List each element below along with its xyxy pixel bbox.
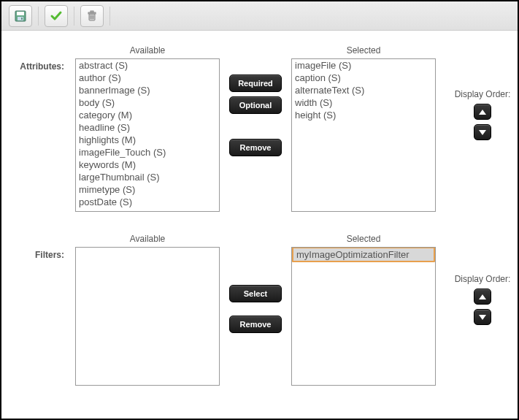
optional-button[interactable]: Optional <box>229 96 282 114</box>
app-frame: Attributes: Available abstract (S)author… <box>0 0 519 420</box>
selected-header: Selected <box>347 234 381 244</box>
content-area: Attributes: Available abstract (S)author… <box>1 31 518 415</box>
filters-button-column: Select Remove <box>226 234 285 333</box>
toolbar-separator <box>109 7 110 26</box>
attributes-selected-column: Selected imageFile (S)caption (S)alterna… <box>291 45 437 212</box>
save-button[interactable] <box>9 5 32 27</box>
floppy-disk-icon <box>15 10 26 22</box>
list-item[interactable]: category (M) <box>76 109 219 121</box>
arrow-up-icon <box>479 110 486 115</box>
attributes-available-listbox[interactable]: abstract (S)author (S)bannerImage (S)bod… <box>75 58 220 212</box>
list-item[interactable]: myImageOptimizationFilter <box>292 247 435 262</box>
list-item[interactable]: alternateText (S) <box>292 84 435 96</box>
filters-available-listbox[interactable] <box>75 247 220 386</box>
filters-label: Filters: <box>10 234 69 260</box>
display-order-label: Display Order: <box>455 89 511 99</box>
selected-header: Selected <box>347 45 381 56</box>
filters-selected-column: Selected myImageOptimizationFilter <box>291 234 437 386</box>
filters-selected-listbox[interactable]: myImageOptimizationFilter <box>291 247 436 386</box>
svg-rect-1 <box>17 12 24 15</box>
svg-rect-3 <box>21 18 23 20</box>
list-item[interactable]: imageFile_Touch (S) <box>76 146 219 159</box>
list-item[interactable]: author (S) <box>76 72 219 84</box>
list-item[interactable]: keywords (M) <box>76 159 219 171</box>
toolbar-separator <box>74 7 74 26</box>
attributes-selected-listbox[interactable]: imageFile (S)caption (S)alternateText (S… <box>291 58 436 212</box>
toolbar <box>1 1 518 31</box>
attributes-order-column: Display Order: <box>442 45 519 145</box>
list-item[interactable]: bannerImage (S) <box>76 84 219 96</box>
list-item[interactable]: width (S) <box>292 96 435 109</box>
remove-button[interactable]: Remove <box>229 316 282 333</box>
attributes-section: Attributes: Available abstract (S)author… <box>10 45 509 212</box>
available-header: Available <box>130 45 165 56</box>
list-item[interactable]: mimetype (S) <box>76 183 219 196</box>
filters-section: Filters: Available Select Remove Selecte… <box>10 234 509 386</box>
attributes-available-column: Available abstract (S)author (S)bannerIm… <box>74 45 220 212</box>
display-order-label: Display Order: <box>455 274 511 284</box>
filters-order-column: Display Order: <box>442 234 519 329</box>
list-item[interactable]: headline (S) <box>76 121 219 134</box>
toolbar-separator <box>38 7 39 26</box>
trash-icon <box>86 10 98 22</box>
list-item[interactable]: largeThumbnail (S) <box>76 171 219 183</box>
remove-button[interactable]: Remove <box>229 139 282 156</box>
checkmark-icon <box>50 9 63 23</box>
attributes-label: Attributes: <box>10 45 69 72</box>
list-item[interactable]: imageFile (S) <box>292 59 435 72</box>
select-button[interactable]: Select <box>229 285 282 302</box>
list-item[interactable]: height (S) <box>292 109 435 121</box>
delete-button[interactable] <box>80 5 104 27</box>
list-item[interactable]: body (S) <box>76 96 219 109</box>
list-item[interactable]: caption (S) <box>292 72 435 84</box>
confirm-button[interactable] <box>45 5 68 27</box>
arrow-down-icon <box>479 130 486 135</box>
move-up-button[interactable] <box>474 104 491 120</box>
move-down-button[interactable] <box>474 309 491 325</box>
required-button[interactable]: Required <box>229 75 282 92</box>
attributes-button-column: Required Optional Remove <box>226 45 285 156</box>
arrow-down-icon <box>479 315 486 320</box>
move-down-button[interactable] <box>474 124 491 140</box>
move-up-button[interactable] <box>474 289 491 305</box>
available-header: Available <box>130 234 165 244</box>
arrow-up-icon <box>479 294 486 299</box>
filters-available-column: Available <box>74 234 220 386</box>
list-item[interactable]: abstract (S) <box>76 59 219 72</box>
list-item[interactable]: postDate (S) <box>76 196 219 208</box>
svg-rect-6 <box>91 11 93 12</box>
list-item[interactable]: highlights (M) <box>76 134 219 146</box>
